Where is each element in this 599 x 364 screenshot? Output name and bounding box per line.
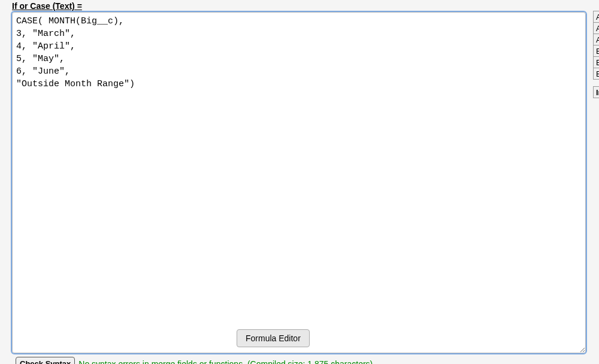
field-label: If or Case (Text) = <box>12 0 599 12</box>
function-list-item[interactable]: AB <box>593 11 599 23</box>
function-list: AB AD AN BE BL BR In <box>593 11 599 98</box>
insert-function-button[interactable]: In <box>593 86 599 98</box>
function-list-item[interactable]: AN <box>593 34 599 46</box>
function-list-item[interactable]: BE <box>593 45 599 57</box>
function-list-item[interactable]: AD <box>593 22 599 34</box>
function-list-item[interactable]: BR <box>593 68 599 80</box>
function-list-item[interactable]: BL <box>593 56 599 68</box>
formula-editor-button[interactable]: Formula Editor <box>237 329 310 347</box>
check-syntax-button[interactable]: Check Syntax <box>16 357 75 364</box>
formula-input[interactable] <box>12 12 586 353</box>
syntax-status-text: No syntax errors in merge fields or func… <box>78 359 373 365</box>
